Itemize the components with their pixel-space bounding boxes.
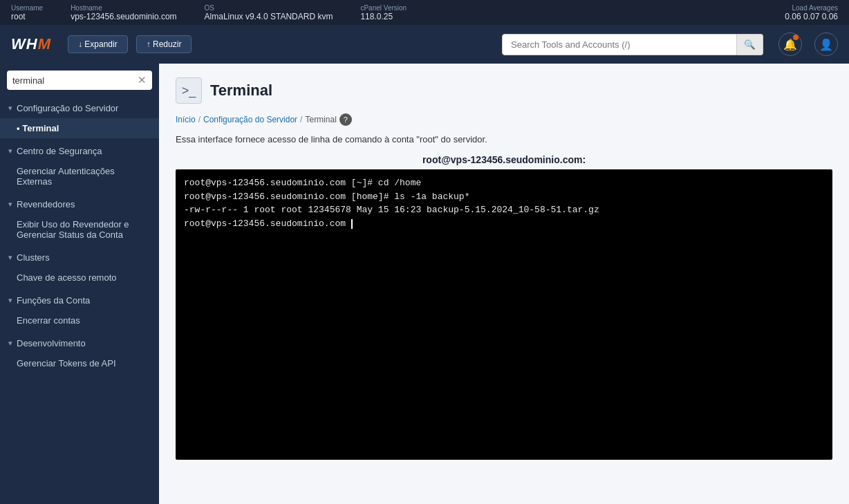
sidebar-group-header-resellers[interactable]: ▾ Revendedores	[0, 194, 159, 214]
chevron-down-icon: ▾	[8, 296, 12, 305]
expand-button[interactable]: ↓ Expandir	[68, 35, 128, 53]
notification-dot	[793, 35, 799, 40]
sidebar-group-header-server-config[interactable]: ▾ Configuração do Servidor	[0, 98, 159, 118]
username-value: root	[11, 12, 43, 21]
cpanel-value: 118.0.25	[360, 12, 407, 21]
sidebar-item-remote-access-key[interactable]: Chave de acesso remoto	[0, 268, 159, 288]
sidebar-group-security: ▾ Centro de Segurança Gerenciar Autentic…	[0, 141, 159, 192]
hostname-label: Hostname	[71, 4, 176, 12]
breadcrumb: Início / Configuração do Servidor / Term…	[176, 113, 832, 126]
notifications-bell[interactable]: 🔔	[778, 32, 802, 56]
sidebar-group-label-security: Centro de Segurança	[17, 146, 102, 156]
chevron-down-icon: ▾	[8, 253, 12, 262]
terminal-page-icon: >_	[176, 77, 202, 104]
chevron-down-icon: ▾	[8, 104, 12, 113]
search-container: 🔍	[502, 34, 763, 55]
username-label: Username	[11, 4, 43, 12]
search-input[interactable]	[502, 34, 737, 55]
sidebar-group-label-resellers: Revendedores	[17, 199, 75, 209]
sidebar-search-bar: ✕	[7, 71, 152, 90]
sidebar-group-header-account-functions[interactable]: ▾ Funções da Conta	[0, 290, 159, 310]
sidebar-group-header-development[interactable]: ▾ Desenvolvimento	[0, 333, 159, 353]
sidebar-item-reseller-usage[interactable]: Exibir Uso do Revendedor e Gerenciar Sta…	[0, 214, 159, 245]
sidebar: ✕ ▾ Configuração do Servidor Terminal ▾ …	[0, 64, 159, 504]
reduce-button[interactable]: ↑ Reduzir	[136, 35, 192, 53]
breadcrumb-server-link[interactable]: Configuração do Servidor	[203, 115, 297, 124]
load-values: 0.06 0.07 0.06	[785, 12, 838, 21]
top-bar-username: Username root	[11, 4, 43, 21]
sidebar-group-resellers: ▾ Revendedores Exibir Uso do Revendedor …	[0, 194, 159, 245]
whm-logo: WHM	[11, 35, 51, 53]
os-value: AlmaLinux v9.4.0 STANDARD kvm	[205, 12, 333, 21]
chevron-down-icon: ▾	[8, 200, 12, 209]
sidebar-group-header-security[interactable]: ▾ Centro de Segurança	[0, 141, 159, 161]
hostname-value: vps-123456.seudominio.com	[71, 12, 176, 21]
cpanel-label: cPanel Version	[360, 4, 407, 12]
top-bar: Username root Hostname vps-123456.seudom…	[0, 0, 849, 25]
sidebar-item-terminal[interactable]: Terminal	[0, 118, 159, 138]
sidebar-group-server-config: ▾ Configuração do Servidor Terminal	[0, 98, 159, 138]
terminal-icon: >_	[182, 84, 196, 98]
chevron-down-icon: ▾	[8, 147, 12, 156]
top-bar-cpanel: cPanel Version 118.0.25	[360, 4, 407, 21]
page-description: Essa interface fornece acesso de linha d…	[176, 134, 832, 144]
search-button[interactable]: 🔍	[737, 34, 763, 55]
user-menu-button[interactable]: 👤	[814, 32, 838, 56]
sidebar-item-terminate-accounts[interactable]: Encerrar contas	[0, 310, 159, 330]
terminal-title: root@vps-123456.seudominio.com:	[176, 154, 832, 165]
sidebar-search-clear-button[interactable]: ✕	[138, 74, 147, 86]
sidebar-group-label-clusters: Clusters	[17, 252, 50, 263]
sidebar-group-clusters: ▾ Clusters Chave de acesso remoto	[0, 248, 159, 288]
breadcrumb-home-link[interactable]: Início	[176, 115, 196, 124]
help-icon[interactable]: ?	[339, 113, 352, 126]
os-label: OS	[205, 4, 333, 12]
header: WHM ↓ Expandir ↑ Reduzir 🔍 🔔 👤	[0, 25, 849, 64]
sidebar-item-api-tokens[interactable]: Gerenciar Tokens de API	[0, 353, 159, 373]
load-label: Load Averages	[792, 4, 838, 12]
breadcrumb-current: Terminal	[305, 115, 336, 124]
sidebar-group-label-server-config: Configuração do Servidor	[17, 103, 118, 113]
main-content: >_ Terminal Início / Configuração do Ser…	[159, 64, 849, 504]
sidebar-group-account-functions: ▾ Funções da Conta Encerrar contas	[0, 290, 159, 330]
sidebar-group-header-clusters[interactable]: ▾ Clusters	[0, 248, 159, 268]
search-icon: 🔍	[744, 39, 756, 50]
sidebar-item-manage-auth[interactable]: Gerenciar Autenticações Externas	[0, 161, 159, 192]
breadcrumb-sep1: /	[198, 115, 200, 124]
page-header: >_ Terminal	[176, 77, 832, 104]
main-layout: ✕ ▾ Configuração do Servidor Terminal ▾ …	[0, 64, 849, 504]
sidebar-group-development: ▾ Desenvolvimento Gerenciar Tokens de AP…	[0, 333, 159, 373]
top-bar-hostname: Hostname vps-123456.seudominio.com	[71, 4, 176, 21]
breadcrumb-sep2: /	[300, 115, 302, 124]
sidebar-search-input[interactable]	[12, 75, 138, 86]
top-bar-load: Load Averages 0.06 0.07 0.06	[785, 4, 838, 21]
page-title: Terminal	[210, 82, 272, 100]
chevron-down-icon: ▾	[8, 339, 12, 348]
terminal-window[interactable]: root@vps-123456.seudominio.com [~]# cd /…	[176, 169, 832, 460]
sidebar-group-label-account-functions: Funções da Conta	[17, 295, 90, 306]
sidebar-group-label-development: Desenvolvimento	[17, 338, 86, 348]
top-bar-os: OS AlmaLinux v9.4.0 STANDARD kvm	[205, 4, 333, 21]
